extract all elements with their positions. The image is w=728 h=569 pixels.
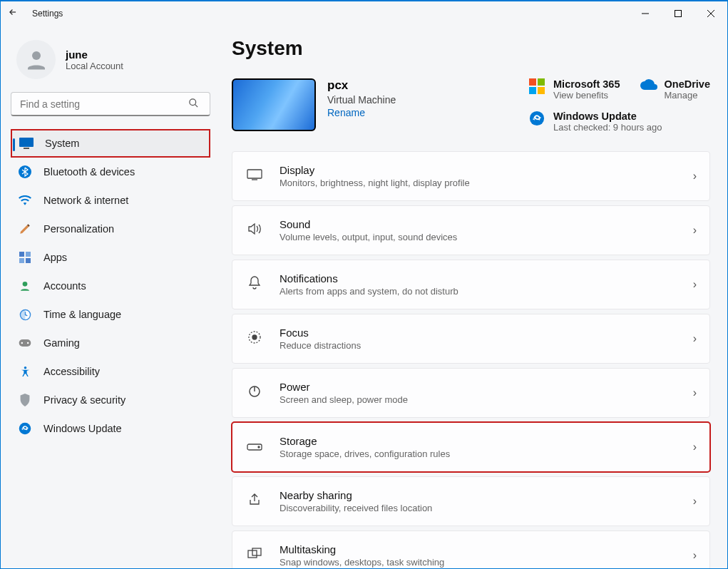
ms365-icon [529,78,545,94]
nav-label: Accessibility [43,366,100,377]
nav-network[interactable]: Network & internet [11,186,210,215]
nav-label: Accounts [43,280,86,292]
item-focus[interactable]: FocusReduce distractions › [232,314,710,364]
nav: System Bluetooth & devices Network & int… [11,129,210,443]
multitask-icon [247,548,262,563]
svg-point-29 [258,446,260,448]
item-sub: Reduce distractions [280,340,676,351]
svg-point-21 [530,111,544,125]
shield-icon [18,393,32,407]
chevron-right-icon: › [693,549,697,562]
pc-name: pcx [327,78,396,93]
chevron-right-icon: › [693,224,697,237]
item-sub: Monitors, brightness, night light, displ… [280,178,676,188]
item-sound[interactable]: SoundVolume levels, output, input, sound… [232,205,710,255]
titlebar: Settings [1,1,727,26]
nav-label: Personalization [43,223,114,235]
person-icon [18,279,32,293]
storage-icon [247,441,262,453]
user-name: june [66,48,123,61]
svg-point-4 [32,51,41,60]
nav-update[interactable]: Windows Update [11,414,210,443]
chevron-right-icon: › [693,170,697,183]
item-title: Nearby sharing [280,489,676,501]
pc-wallpaper-thumb[interactable] [232,78,316,131]
nav-personalization[interactable]: Personalization [11,215,210,243]
nav-privacy[interactable]: Privacy & security [11,386,210,414]
settings-list: DisplayMonitors, brightness, night light… [232,151,710,568]
card-sub: Manage [665,90,710,101]
svg-rect-12 [19,258,24,263]
paint-icon [18,222,32,236]
nav-accessibility[interactable]: Accessibility [11,357,210,386]
gamepad-icon [18,336,32,350]
search-input[interactable] [11,92,210,116]
card-ms365[interactable]: Microsoft 365 View benefits [529,78,620,101]
nav-label: System [45,138,79,149]
card-windows-update[interactable]: Windows Update Last checked: 9 hours ago [529,111,710,133]
rename-link[interactable]: Rename [327,107,396,118]
item-title: Display [280,164,676,176]
item-title: Multitasking [280,543,676,555]
window-title: Settings [32,9,63,19]
nav-label: Network & internet [43,195,128,206]
search-icon [188,98,199,111]
nav-accounts[interactable]: Accounts [11,272,210,300]
item-sub: Alerts from apps and system, do not dist… [280,286,676,297]
share-icon [247,493,262,509]
system-icon [19,136,34,150]
nav-label: Privacy & security [43,394,125,406]
update-icon [18,421,32,436]
bluetooth-icon [18,165,32,179]
apps-icon [18,250,32,265]
pc-type: Virtual Machine [327,94,396,106]
svg-rect-7 [19,138,34,147]
nav-system[interactable]: System [11,129,210,158]
minimize-button[interactable] [629,1,662,26]
nav-bluetooth[interactable]: Bluetooth & devices [11,158,210,186]
item-title: Power [280,381,676,393]
item-power[interactable]: PowerScreen and sleep, power mode › [232,368,710,418]
nav-gaming[interactable]: Gaming [11,329,210,357]
close-button[interactable] [694,1,727,26]
svg-point-25 [252,335,257,339]
item-notifications[interactable]: NotificationsAlerts from apps and system… [232,260,710,309]
account-type: Local Account [66,61,123,71]
card-onedrive[interactable]: OneDrive Manage [640,78,710,101]
item-display[interactable]: DisplayMonitors, brightness, night light… [232,151,710,201]
profile[interactable]: june Local Account [16,40,212,79]
focus-icon [247,330,262,347]
nav-label: Time & language [43,309,121,320]
card-title: Microsoft 365 [553,78,620,90]
item-title: Notifications [280,272,676,284]
nav-label: Apps [43,252,67,263]
update-icon [529,111,545,126]
item-nearby[interactable]: Nearby sharingDiscoverability, received … [232,476,710,526]
item-multitasking[interactable]: MultitaskingSnap windows, desktops, task… [232,530,710,568]
maximize-button[interactable] [662,1,694,26]
nav-label: Windows Update [43,423,122,434]
card-sub: Last checked: 9 hours ago [553,122,662,133]
card-sub: View benefits [553,90,620,101]
item-storage[interactable]: StorageStorage space, drives, configurat… [232,422,710,472]
clock-icon [18,307,32,322]
content: System pcx Virtual Machine Rename Micros… [222,26,727,568]
item-title: Focus [280,327,676,339]
svg-rect-1 [675,11,682,17]
svg-rect-22 [247,170,262,178]
back-button[interactable] [1,7,25,20]
svg-rect-13 [26,258,31,263]
item-sub: Discoverability, received files location [280,503,676,513]
item-sub: Storage space, drives, configuration rul… [280,448,676,459]
item-sub: Snap windows, desktops, task switching [280,557,676,568]
nav-time[interactable]: Time & language [11,300,210,329]
chevron-right-icon: › [693,386,697,399]
nav-apps[interactable]: Apps [11,243,210,272]
svg-point-18 [27,342,29,344]
svg-point-20 [19,423,31,435]
pc-info: pcx Virtual Machine Rename [232,78,396,131]
item-title: Sound [280,218,676,230]
svg-point-19 [24,366,26,369]
search [11,92,212,116]
chevron-right-icon: › [693,495,697,508]
